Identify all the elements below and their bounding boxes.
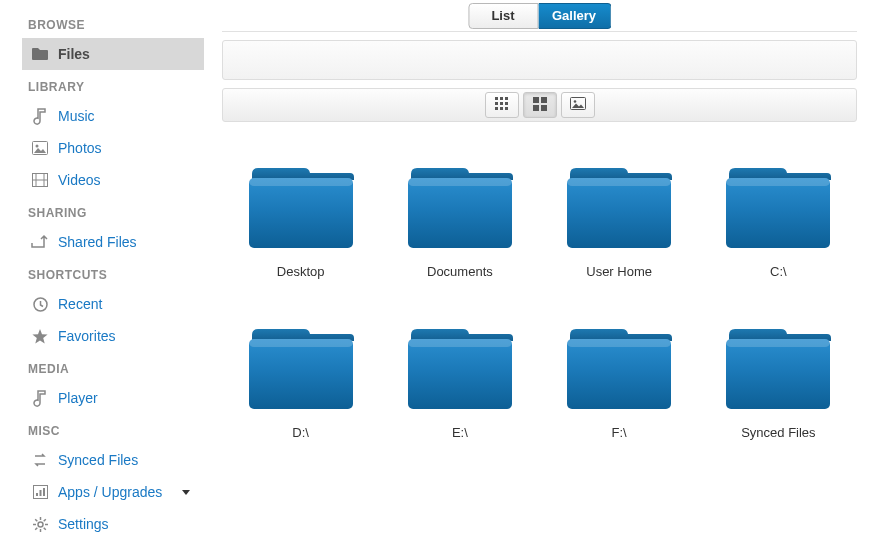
sidebar-item-settings[interactable]: Settings: [22, 508, 204, 540]
svg-point-3: [36, 145, 39, 148]
gallery-item-label: User Home: [586, 264, 652, 279]
section-header-media: MEDIA: [28, 362, 204, 376]
grid-small-icon: [495, 97, 509, 114]
folder-icon: [246, 162, 356, 250]
sidebar-item-label: Apps / Upgrades: [58, 484, 162, 500]
svg-line-18: [35, 519, 37, 521]
folder-icon: [405, 162, 515, 250]
star-icon: [32, 328, 48, 344]
gallery-grid: Desktop Documents User Home C:\ D:\ E:\: [222, 122, 857, 440]
image-icon: [570, 97, 586, 113]
svg-point-13: [38, 522, 43, 527]
svg-rect-34: [541, 105, 547, 111]
folder-icon: [405, 323, 515, 411]
svg-rect-28: [495, 107, 498, 110]
sidebar-item-files[interactable]: Files: [22, 38, 204, 70]
gallery-item[interactable]: Desktop: [226, 162, 375, 279]
view-mode-toolbar: [222, 88, 857, 122]
view-tabs: List Gallery: [468, 3, 611, 31]
sidebar-item-label: Shared Files: [58, 234, 137, 250]
sidebar: BROWSE Files LIBRARY Music Photos Videos: [0, 0, 212, 554]
section-header-misc: MISC: [28, 424, 204, 438]
svg-line-20: [43, 519, 45, 521]
section-header-library: LIBRARY: [28, 80, 204, 94]
sidebar-item-apps-upgrades[interactable]: Apps / Upgrades: [22, 476, 204, 508]
gallery-item-label: Synced Files: [741, 425, 815, 440]
sidebar-item-recent[interactable]: Recent: [22, 288, 204, 320]
gallery-item-label: Documents: [427, 264, 493, 279]
svg-rect-26: [500, 102, 503, 105]
gallery-item[interactable]: Synced Files: [704, 323, 853, 440]
tab-list[interactable]: List: [468, 3, 538, 29]
folder-icon: [564, 162, 674, 250]
grid-large-icon: [533, 97, 547, 114]
music-note-icon: [32, 390, 48, 406]
chevron-down-icon[interactable]: [182, 490, 190, 495]
gallery-item-label: F:\: [612, 425, 627, 440]
svg-rect-24: [505, 97, 508, 100]
view-mode-large-grid[interactable]: [523, 92, 557, 118]
sidebar-item-favorites[interactable]: Favorites: [22, 320, 204, 352]
svg-rect-25: [495, 102, 498, 105]
svg-rect-22: [495, 97, 498, 100]
gallery-item-label: E:\: [452, 425, 468, 440]
sidebar-item-label: Settings: [58, 516, 109, 532]
music-note-icon: [32, 108, 48, 124]
svg-rect-12: [43, 488, 45, 496]
main-panel: List Gallery: [212, 0, 875, 554]
sidebar-item-videos[interactable]: Videos: [22, 164, 204, 196]
svg-rect-23: [500, 97, 503, 100]
sidebar-item-label: Synced Files: [58, 452, 138, 468]
sidebar-item-label: Player: [58, 390, 98, 406]
svg-rect-33: [533, 105, 539, 111]
sync-icon: [32, 452, 48, 468]
gear-icon: [32, 516, 48, 532]
sidebar-item-label: Photos: [58, 140, 102, 156]
folder-icon: [564, 323, 674, 411]
tab-gallery[interactable]: Gallery: [538, 3, 611, 29]
view-tabs-rail: List Gallery: [222, 4, 857, 32]
sidebar-item-label: Recent: [58, 296, 102, 312]
share-icon: [32, 234, 48, 250]
gallery-item[interactable]: User Home: [545, 162, 694, 279]
gallery-item-label: D:\: [292, 425, 309, 440]
section-header-sharing: SHARING: [28, 206, 204, 220]
chart-icon: [32, 484, 48, 500]
folder-icon: [246, 323, 356, 411]
gallery-item[interactable]: C:\: [704, 162, 853, 279]
sidebar-item-label: Favorites: [58, 328, 116, 344]
svg-line-19: [43, 527, 45, 529]
clock-icon: [32, 296, 48, 312]
folder-icon: [723, 323, 833, 411]
sidebar-item-player[interactable]: Player: [22, 382, 204, 414]
svg-rect-10: [36, 493, 38, 496]
gallery-item[interactable]: E:\: [385, 323, 534, 440]
sidebar-item-label: Files: [58, 46, 90, 62]
toolbar-empty: [222, 40, 857, 80]
sidebar-item-label: Videos: [58, 172, 101, 188]
folder-icon: [32, 46, 48, 62]
svg-rect-31: [533, 97, 539, 103]
image-icon: [32, 140, 48, 156]
film-icon: [32, 172, 48, 188]
gallery-item[interactable]: Documents: [385, 162, 534, 279]
sidebar-item-label: Music: [58, 108, 95, 124]
svg-line-21: [35, 527, 37, 529]
sidebar-item-synced-files[interactable]: Synced Files: [22, 444, 204, 476]
gallery-item-label: Desktop: [277, 264, 325, 279]
view-mode-small-grid[interactable]: [485, 92, 519, 118]
svg-point-36: [573, 100, 576, 103]
svg-rect-11: [39, 490, 41, 496]
svg-rect-29: [500, 107, 503, 110]
gallery-item[interactable]: F:\: [545, 323, 694, 440]
sidebar-item-shared-files[interactable]: Shared Files: [22, 226, 204, 258]
folder-icon: [723, 162, 833, 250]
sidebar-item-music[interactable]: Music: [22, 100, 204, 132]
svg-rect-27: [505, 102, 508, 105]
gallery-item[interactable]: D:\: [226, 323, 375, 440]
svg-rect-30: [505, 107, 508, 110]
section-header-browse: BROWSE: [28, 18, 204, 32]
view-mode-image[interactable]: [561, 92, 595, 118]
sidebar-item-photos[interactable]: Photos: [22, 132, 204, 164]
section-header-shortcuts: SHORTCUTS: [28, 268, 204, 282]
